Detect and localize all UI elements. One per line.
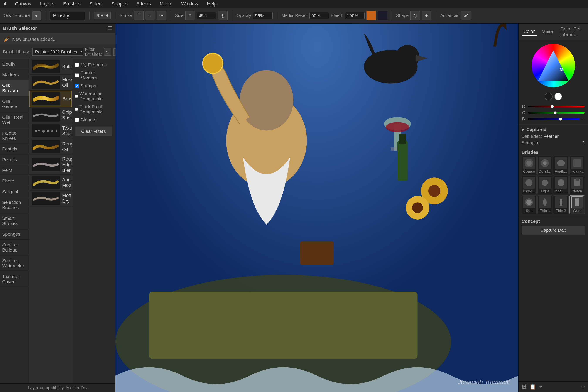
category-item-liquify[interactable]: Liquify bbox=[0, 59, 29, 70]
category-item-palette-knives[interactable]: Palette Knives bbox=[0, 128, 29, 144]
advanced-group: Advanced 🖊 bbox=[440, 11, 475, 20]
size-lock-icon[interactable]: ⊕ bbox=[185, 11, 195, 20]
menu-canvas[interactable]: Canvas bbox=[13, 0, 33, 8]
advanced-icon[interactable]: 🖊 bbox=[461, 11, 471, 20]
filter-thick-paint-checkbox[interactable] bbox=[75, 107, 78, 111]
menu-brushes[interactable]: Brushes bbox=[62, 0, 82, 8]
brush-item-brushy[interactable]: Brushy ♥ bbox=[30, 90, 72, 107]
menu-movie[interactable]: Movie bbox=[158, 0, 174, 8]
category-item-pastels[interactable]: Pastels bbox=[0, 144, 29, 154]
stroke-icon-2[interactable]: ∿ bbox=[145, 11, 155, 20]
filter-watercolor-checkbox[interactable] bbox=[75, 94, 78, 98]
library-select[interactable]: Painter 2022 Brushes bbox=[32, 48, 83, 56]
shape-icon-1[interactable]: ⬡ bbox=[410, 11, 420, 20]
clear-filters-button[interactable]: Clear Filters bbox=[75, 127, 112, 136]
bristle-notch[interactable]: Notch bbox=[570, 176, 585, 194]
swatch-black[interactable] bbox=[545, 92, 552, 100]
bristle-medium[interactable]: Mediu... bbox=[553, 176, 568, 194]
filter-button[interactable]: ▽ bbox=[104, 48, 111, 56]
size-input[interactable] bbox=[197, 12, 216, 19]
bottom-icon-3[interactable]: ✦ bbox=[538, 384, 543, 390]
bristle-light[interactable]: Light bbox=[538, 176, 552, 194]
brush-item-messy-oil[interactable]: Messy Oil bbox=[30, 75, 72, 90]
strength-row: Strength: 1 bbox=[522, 140, 585, 145]
filter-brushes-label: Filter Brushes: bbox=[85, 47, 102, 57]
bristle-coarse[interactable]: Coarse bbox=[522, 156, 536, 175]
tab-mixer[interactable]: Mixer bbox=[540, 28, 555, 36]
filter-stamps-checkbox[interactable] bbox=[75, 84, 79, 88]
bristle-feather[interactable]: Feath... bbox=[553, 156, 568, 175]
bottom-icon-2[interactable]: 📋 bbox=[530, 384, 536, 390]
brush-item-rough-oil[interactable]: Rough Oil ♥ bbox=[30, 139, 72, 155]
category-item-selection-brushes[interactable]: Selection Brushes bbox=[0, 197, 29, 213]
brush-name-brushy: Brushy bbox=[62, 96, 72, 102]
category-item-oils-realwet[interactable]: Oils : Real Wet bbox=[0, 112, 29, 128]
brush-item-mottler-dry[interactable]: Mottler Dry ♥ bbox=[30, 190, 72, 206]
category-item-pens[interactable]: Pens bbox=[0, 165, 29, 176]
category-item-sumi-buildup[interactable]: Sumi-e : Buildup bbox=[0, 240, 29, 256]
brush-item-angular-mottler[interactable]: Angular Mottler bbox=[30, 175, 72, 190]
color-swatch-1[interactable] bbox=[366, 11, 376, 20]
bottom-icon-1[interactable]: 🖼 bbox=[522, 384, 527, 390]
bristle-soft[interactable]: Soft bbox=[522, 195, 536, 214]
brush-name-input[interactable] bbox=[50, 12, 85, 20]
favorite-brush-icon[interactable]: ♥ bbox=[32, 11, 41, 20]
opacity-input[interactable] bbox=[253, 12, 273, 19]
menu-it[interactable]: it bbox=[2, 0, 8, 8]
main-layout: Brush Selector ☰ 🖌 New brushes added... … bbox=[0, 24, 588, 392]
filter-favorites-checkbox[interactable] bbox=[75, 63, 79, 67]
green-slider-track[interactable] bbox=[528, 112, 584, 114]
category-item-photo[interactable]: Photo bbox=[0, 176, 29, 186]
swatch-white[interactable] bbox=[554, 92, 562, 100]
expand-icon[interactable]: ▶ bbox=[522, 127, 525, 132]
brush-item-buttery[interactable]: Buttery ♥ bbox=[30, 59, 72, 75]
svg-point-28 bbox=[526, 160, 532, 166]
canvas-area[interactable]: Jeremiah Trammell bbox=[116, 24, 518, 392]
filter-painter-masters-checkbox[interactable] bbox=[75, 74, 79, 77]
tab-color[interactable]: Color bbox=[522, 28, 536, 36]
bristle-thin1[interactable]: Thin 1 bbox=[538, 195, 552, 214]
brush-panel-menu-button[interactable]: ☰ bbox=[107, 25, 112, 31]
capture-dab-button[interactable]: Capture Dab bbox=[522, 226, 585, 235]
bristle-impre[interactable]: Impre... bbox=[522, 176, 536, 194]
brush-item-chip-bristle[interactable]: Chip Bristle bbox=[30, 107, 72, 123]
dots-more[interactable]: ··· bbox=[581, 384, 585, 390]
brush-item-rough-edge-blender[interactable]: Rough Edge Blender ♥ bbox=[30, 155, 72, 175]
category-item-sargent[interactable]: Sargent bbox=[0, 186, 29, 197]
category-item-oils-bravura[interactable]: Oils : Bravura bbox=[0, 80, 29, 96]
red-slider-track[interactable] bbox=[528, 106, 584, 107]
filter-cloners-checkbox[interactable] bbox=[75, 118, 79, 122]
svg-point-30 bbox=[543, 161, 546, 165]
bristle-detail[interactable]: Detail... bbox=[538, 156, 552, 175]
color-swatch-2[interactable] bbox=[378, 11, 387, 20]
shape-icon-2[interactable]: ✦ bbox=[422, 11, 431, 20]
stroke-icon-1[interactable]: ⌒ bbox=[134, 11, 144, 20]
bleed-input[interactable] bbox=[345, 12, 364, 19]
menu-effects[interactable]: Effects bbox=[134, 0, 153, 8]
reset-button[interactable]: Reset bbox=[94, 12, 111, 20]
tab-color-set[interactable]: Color Set Librari... bbox=[558, 25, 585, 38]
category-item-markers[interactable]: Markers bbox=[0, 70, 29, 80]
menu-help[interactable]: Help bbox=[205, 0, 218, 8]
reset-pct-input[interactable] bbox=[310, 12, 329, 19]
color-wheel[interactable] bbox=[532, 44, 575, 87]
bristle-thin2[interactable]: Thin 2 bbox=[553, 195, 568, 214]
blue-slider-track[interactable] bbox=[528, 118, 580, 120]
bristle-name-impre: Impre... bbox=[523, 189, 536, 194]
size-circle-icon[interactable]: ◎ bbox=[218, 11, 228, 20]
category-item-smart-strokes[interactable]: Smart Strokes bbox=[0, 213, 29, 229]
brush-name-messy-oil: Messy Oil bbox=[62, 77, 72, 88]
menu-select[interactable]: Select bbox=[88, 0, 104, 8]
bristle-worn[interactable]: Worn bbox=[570, 195, 585, 214]
stroke-icon-3[interactable]: 〜 bbox=[156, 11, 166, 20]
bristle-heavy[interactable]: Heavy... bbox=[570, 156, 585, 175]
menu-layers[interactable]: Layers bbox=[38, 0, 56, 8]
brush-item-textured-stipple[interactable]: Textured Stipple bbox=[30, 123, 72, 139]
category-item-pencils[interactable]: Pencils bbox=[0, 154, 29, 165]
menu-window[interactable]: Window bbox=[180, 0, 200, 8]
category-item-oils-general[interactable]: Oils : General bbox=[0, 96, 29, 112]
category-item-texture-cover[interactable]: Texture : Cover bbox=[0, 271, 29, 287]
category-item-sumi-watercolor[interactable]: Sumi-e : Watercolor bbox=[0, 256, 29, 271]
menu-shapes[interactable]: Shapes bbox=[110, 0, 130, 8]
category-item-sponges[interactable]: Sponges bbox=[0, 229, 29, 240]
